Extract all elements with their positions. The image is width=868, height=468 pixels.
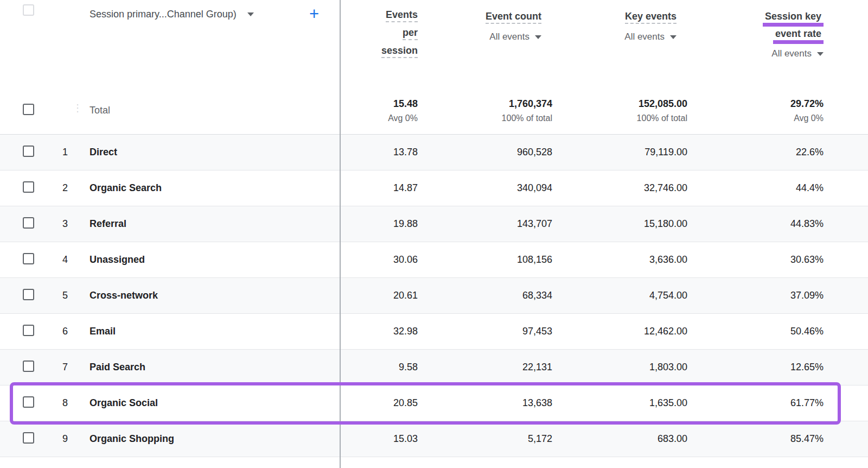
total-row-checkbox[interactable] [23,104,34,115]
key-events-value: 79,119.00 [552,147,687,158]
row-checkbox[interactable] [23,432,34,444]
table-row: 1 Direct 13.78 960,528 79,119.00 22.6% [0,135,868,170]
ga4-channels-table: Session primary...Channel Group) + Event… [0,0,868,468]
filter-label: All events [771,48,812,59]
total-session-key-event-rate: 29.72%Avg 0% [687,98,824,123]
chevron-down-icon [535,35,541,39]
session-key-event-rate-value: 44.83% [687,218,824,230]
channel-name: Organic Shopping [90,433,340,445]
channel-name: Referral [90,218,340,230]
filter-label: All events [624,31,665,42]
table-row: 6 Email 32.98 97,453 12,462.00 50.46% [0,314,868,350]
event-count-value: 68,334 [418,290,552,301]
table-row: 5 Cross-network 20.61 68,334 4,754.00 37… [0,278,868,314]
select-all-checkbox[interactable] [23,4,34,16]
session-key-event-rate-value: 44.4% [687,182,824,194]
event-count-value: 5,172 [418,433,552,445]
event-count-value: 22,131 [418,362,552,373]
table-row-highlighted: 8 Organic Social 20.85 13,638 1,635.00 6… [0,385,868,421]
row-number: 7 [37,362,68,373]
table-row: 7 Paid Search 9.58 22,131 1,803.00 12.65… [0,350,868,385]
events-per-session-value: 13.78 [340,147,418,158]
event-count-value: 960,528 [418,147,552,158]
total-event-count: 1,760,374100% of total [418,98,552,123]
channel-name: Organic Social [90,397,340,409]
channel-name: Unassigned [90,254,340,265]
row-number: 1 [37,147,68,158]
column-header-event-count: Event count All events [418,8,552,42]
event-count-value: 340,094 [418,182,552,194]
sort-header-line[interactable]: session [381,45,418,58]
events-per-session-value: 19.88 [340,218,418,230]
row-checkbox[interactable] [23,396,34,408]
table-row: 9 Organic Shopping 15.03 5,172 683.00 85… [0,421,868,457]
event-count-value: 13,638 [418,397,552,409]
row-checkbox[interactable] [23,217,34,229]
event-count-value: 97,453 [418,326,552,337]
total-key-events: 152,085.00100% of total [552,98,687,123]
channel-name: Cross-network [90,290,340,301]
channel-name: Email [90,326,340,337]
row-checkbox[interactable] [23,325,34,336]
total-row: Total 15.48Avg 0% 1,760,374100% of total… [0,87,868,135]
drag-handle-icon: ⋮ [73,102,83,114]
channel-name: Paid Search [90,362,340,373]
dimension-label: Session primary...Channel Group) [90,9,237,20]
sort-header-key-events[interactable]: Key events [625,11,676,24]
events-per-session-value: 20.61 [340,290,418,301]
sort-header-event-count[interactable]: Event count [486,11,541,24]
session-key-event-rate-value: 22.6% [687,147,824,158]
total-label: Total [90,105,340,116]
events-per-session-value: 20.85 [340,397,418,409]
highlighted-header-line[interactable]: event rate [773,28,824,44]
column-divider [340,0,341,468]
channel-name: Organic Search [90,182,340,194]
key-events-value: 3,636.00 [552,254,687,265]
session-key-event-rate-value: 50.46% [687,326,824,337]
chevron-down-icon [670,35,676,39]
chevron-down-icon [247,12,254,16]
session-key-event-rate-value: 37.09% [687,290,824,301]
table-row: 3 Referral 19.88 143,707 15,180.00 44.83… [0,206,868,242]
row-number: 4 [37,254,68,265]
column-header-session-key-event-rate: Session key event rate All events [687,8,824,59]
key-events-value: 1,803.00 [552,362,687,373]
highlighted-header-line[interactable]: Session key [763,11,824,27]
sort-header-line[interactable]: Events [386,9,418,22]
total-events-per-session: 15.48Avg 0% [340,98,418,123]
key-events-filter[interactable]: All events [552,31,676,42]
events-per-session-value: 14.87 [340,182,418,194]
dimension-selector[interactable]: Session primary...Channel Group) [90,9,254,20]
key-events-value: 683.00 [552,433,687,445]
row-number: 9 [37,433,68,445]
table-row: 4 Unassigned 30.06 108,156 3,636.00 30.6… [0,242,868,278]
row-number: 5 [37,290,68,301]
chevron-down-icon [817,52,824,56]
row-checkbox[interactable] [23,146,34,157]
session-key-event-rate-value: 30.63% [687,254,824,265]
event-count-value: 108,156 [418,254,552,265]
event-count-filter[interactable]: All events [418,31,541,42]
session-key-event-rate-value: 61.77% [687,397,824,409]
table-row: 2 Organic Search 14.87 340,094 32,746.00… [0,170,868,206]
key-events-value: 1,635.00 [552,397,687,409]
key-events-value: 32,746.00 [552,182,687,194]
row-checkbox[interactable] [23,181,34,193]
filter-label: All events [489,31,529,42]
session-key-event-rate-value: 85.47% [687,433,824,445]
add-dimension-button[interactable]: + [309,5,319,22]
event-count-value: 143,707 [418,218,552,230]
row-number: 8 [37,397,68,409]
row-number: 6 [37,326,68,337]
row-checkbox[interactable] [23,289,34,300]
key-events-value: 15,180.00 [552,218,687,230]
channel-name: Direct [90,147,340,158]
column-header-events-per-session[interactable]: Events per session [340,6,418,60]
column-header-key-events: Key events All events [552,8,687,42]
row-checkbox[interactable] [23,361,34,372]
session-key-event-rate-value: 12.65% [687,362,824,373]
key-events-value: 12,462.00 [552,326,687,337]
sort-header-line[interactable]: per [403,27,418,40]
row-checkbox[interactable] [23,253,34,264]
session-key-event-rate-filter[interactable]: All events [687,48,824,59]
